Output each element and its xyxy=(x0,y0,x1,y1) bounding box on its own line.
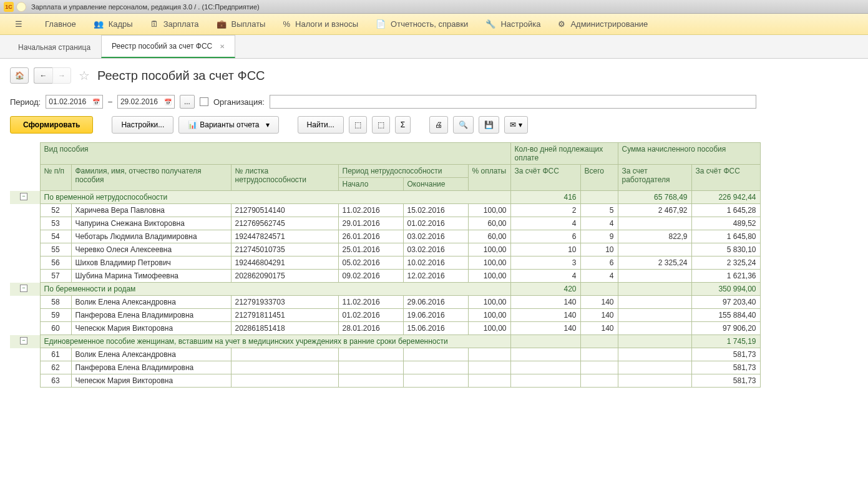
cell-list xyxy=(231,348,338,361)
print-button[interactable]: 🖨 xyxy=(429,116,448,134)
cell-pct: 100,00 xyxy=(468,322,510,335)
variants-button[interactable]: 📊Варианты отчета▾ xyxy=(178,116,278,134)
menu-kadry[interactable]: 👥Кадры xyxy=(85,14,142,34)
menu-otchet[interactable]: 📄Отчетность, справки xyxy=(367,14,477,34)
cell-dfss: 2 xyxy=(510,204,580,217)
arrow-right-icon: → xyxy=(58,71,66,80)
table-row[interactable]: 53 Чапурина Снежана Викторовна 212769562… xyxy=(10,217,760,230)
collapse-icon[interactable]: − xyxy=(20,193,27,200)
hdr-days-total: Всего xyxy=(580,165,618,191)
wallet-icon: 💼 xyxy=(217,19,227,29)
cell-start: 01.02.2016 xyxy=(338,309,403,322)
table-row[interactable]: 60 Чепесюк Мария Викторовна 202861851418… xyxy=(10,322,760,335)
cell-semp xyxy=(618,322,691,335)
org-label: Организация: xyxy=(213,97,265,107)
table-row[interactable]: 63 Чепесюк Мария Викторовна 581,73 xyxy=(10,374,760,388)
org-input[interactable] xyxy=(270,95,756,109)
calendar-icon[interactable]: 📅 xyxy=(92,99,100,105)
main-menu: ☰ Главное 👥Кадры 🗓Зарплата 💼Выплаты %Нал… xyxy=(0,14,868,35)
sum-button[interactable]: Σ xyxy=(395,116,411,134)
cell-start: 25.01.2016 xyxy=(338,243,403,256)
cell-dfss: 3 xyxy=(510,256,580,270)
back-button[interactable]: ← xyxy=(34,67,52,84)
cell-np: 58 xyxy=(40,296,71,309)
email-button[interactable]: ✉▾ xyxy=(504,116,528,134)
cell-list: 212745010735 xyxy=(231,243,338,256)
table-row[interactable]: 58 Волик Елена Александровна 21279193370… xyxy=(10,296,760,309)
save-button[interactable]: 💾 xyxy=(479,116,499,134)
menu-nalogi[interactable]: %Налоги и взносы xyxy=(274,14,367,34)
period-picker-button[interactable]: ... xyxy=(180,95,195,109)
settings-button[interactable]: Настройки... xyxy=(112,116,173,134)
date-from-input[interactable]: 01.02.2016📅 xyxy=(46,95,103,109)
forward-button[interactable]: → xyxy=(52,67,71,84)
toolbar: Сформировать Настройки... 📊Варианты отче… xyxy=(0,111,868,139)
menu-burger[interactable]: ☰ xyxy=(6,14,36,34)
group-days-total xyxy=(580,283,618,296)
preview-button[interactable]: 🔍 xyxy=(453,116,474,134)
table-row[interactable]: 56 Шихов Владимир Петрович 192446804291 … xyxy=(10,256,760,270)
find-button[interactable]: Найти... xyxy=(298,116,344,134)
hdr-sum-fss: За счёт ФСС xyxy=(691,165,760,191)
cell-pct xyxy=(468,374,510,388)
cell-sfss: 1 645,28 xyxy=(691,204,760,217)
table-row[interactable]: 61 Волик Елена Александровна 581,73 xyxy=(10,348,760,361)
menu-vyplaty[interactable]: 💼Выплаты xyxy=(208,14,275,34)
tabs-bar: Начальная страница Реестр пособий за сче… xyxy=(0,35,868,59)
menu-nastroyka[interactable]: 🔧Настройка xyxy=(477,14,549,34)
menu-main[interactable]: Главное xyxy=(36,14,85,34)
collapse-icon[interactable]: − xyxy=(20,337,27,344)
report-area: Вид пособия Кол-во дней подлежащих оплат… xyxy=(0,139,868,391)
filter-row: Период: 01.02.2016📅 – 29.02.2016📅 ... Ор… xyxy=(0,92,868,111)
cell-end: 15.06.2016 xyxy=(403,322,468,335)
tab-home[interactable]: Начальная страница xyxy=(7,36,101,58)
menu-label: Администрирование xyxy=(570,19,648,29)
org-checkbox[interactable] xyxy=(200,97,208,106)
group-days-total xyxy=(580,335,618,348)
group-row[interactable]: − По временной нетрудоспособности 416 65… xyxy=(10,191,760,204)
date-to-input[interactable]: 29.02.2016📅 xyxy=(117,95,175,109)
cell-np: 56 xyxy=(40,256,71,270)
cell-end: 19.06.2016 xyxy=(403,309,468,322)
home-button[interactable]: 🏠 xyxy=(10,67,29,84)
dash: – xyxy=(108,97,112,106)
cell-semp xyxy=(618,296,691,309)
sigma-icon: Σ xyxy=(401,120,405,129)
cell-end: 03.02.2016 xyxy=(403,230,468,243)
cell-semp xyxy=(618,217,691,230)
tab-report[interactable]: Реестр пособий за счет ФСС✕ xyxy=(101,35,235,58)
close-icon[interactable]: ✕ xyxy=(220,43,225,50)
group-row[interactable]: − По беременности и родам 420 350 994,00 xyxy=(10,283,760,296)
cell-sfss: 581,73 xyxy=(691,361,760,374)
table-row[interactable]: 55 Черевко Олеся Алексеевна 212745010735… xyxy=(10,243,760,256)
group-row[interactable]: − Единовременное пособие женщинам, встав… xyxy=(10,335,760,348)
cell-dfss: 140 xyxy=(510,296,580,309)
menu-label: Отчетность, справки xyxy=(391,19,468,29)
table-row[interactable]: 59 Панферова Елена Владимировна 21279181… xyxy=(10,309,760,322)
menu-zarplata[interactable]: 🗓Зарплата xyxy=(142,14,208,34)
burger-icon: ☰ xyxy=(15,19,22,29)
form-button[interactable]: Сформировать xyxy=(10,116,93,134)
table-row[interactable]: 54 Чеботарь Людмила Владимировна 1924478… xyxy=(10,230,760,243)
window-title: Зарплата и управление персоналом, редакц… xyxy=(31,3,260,11)
cell-list: 212790514140 xyxy=(231,204,338,217)
dropdown-icon[interactable] xyxy=(16,2,26,12)
table-row[interactable]: 62 Панферова Елена Владимировна 581,73 xyxy=(10,361,760,374)
table-row[interactable]: 57 Шубина Марина Тимофеевна 202862090175… xyxy=(10,270,760,283)
cell-semp xyxy=(618,361,691,374)
cell-pct: 100,00 xyxy=(468,309,510,322)
cell-pct: 100,00 xyxy=(468,256,510,270)
tab-label: Начальная страница xyxy=(18,43,90,52)
cell-sfss: 97 203,40 xyxy=(691,296,760,309)
collapse-button[interactable]: ⬚ xyxy=(372,116,390,134)
expand-button[interactable]: ⬚ xyxy=(349,116,367,134)
cell-dfss xyxy=(510,348,580,361)
preview-icon: 🔍 xyxy=(459,120,468,129)
menu-admin[interactable]: ⚙Администрирование xyxy=(549,14,656,34)
favorite-button[interactable]: ☆ xyxy=(79,68,90,83)
table-row[interactable]: 52 Харичева Вера Павловна 212790514140 1… xyxy=(10,204,760,217)
cell-sfss: 1 621,36 xyxy=(691,270,760,283)
cell-semp: 2 467,92 xyxy=(618,204,691,217)
calendar-icon[interactable]: 📅 xyxy=(164,99,172,105)
collapse-icon[interactable]: − xyxy=(20,285,27,292)
